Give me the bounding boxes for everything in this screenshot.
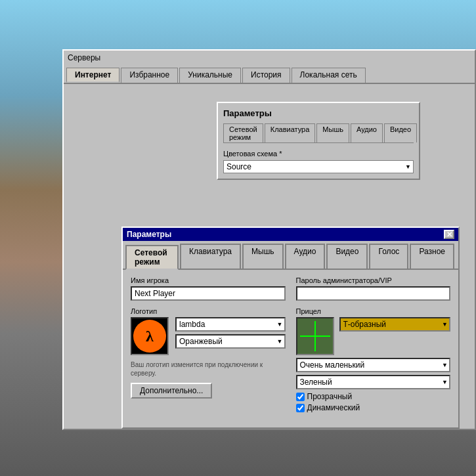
dialog-tab-misc[interactable]: Разное	[410, 244, 454, 269]
crosshair-preview	[296, 317, 334, 355]
tab-unique[interactable]: Уникальные	[179, 68, 241, 83]
logo-note: Ваш логотип изменится при подключении к …	[131, 360, 286, 378]
admin-pass-input[interactable]	[296, 286, 451, 301]
color-scheme-dropdown-wrap: SourceDefaultValveWonky	[223, 160, 414, 173]
params-small-title: Параметры	[223, 108, 414, 118]
crosshair-type-wrap: Т-образныйКрестТочкаНет	[339, 317, 451, 332]
logo-color-wrap: ОранжевыйБелыйКрасныйСиний	[175, 334, 286, 349]
crosshair-controls: Т-образныйКрестТочкаНет	[339, 317, 451, 355]
logo-type-dropdown[interactable]: lambdavalverebelskull	[175, 317, 286, 332]
tab-history[interactable]: История	[242, 68, 290, 83]
close-button[interactable]: ✕	[444, 230, 454, 239]
dialog-content: Имя игрока Пароль администратора/VIP Лог…	[123, 270, 458, 427]
main-tab-bar: Интернет Избранное Уникальные История Ло…	[64, 65, 475, 84]
dialog-tab-bar: Сетевой режим Клавиатура Мышь Аудио Виде…	[123, 241, 458, 270]
player-name-label: Имя игрока	[131, 276, 286, 284]
params-small-tabs: Сетевой режим Клавиатура Мышь Аудио Виде…	[223, 123, 414, 143]
dialog-title-text: Параметры	[127, 230, 171, 239]
crosshair-label: Прицел	[296, 307, 451, 315]
title-text: Серверы	[68, 53, 100, 62]
small-tab-audio[interactable]: Аудио	[351, 123, 383, 142]
tab-favorites[interactable]: Избранное	[121, 68, 178, 83]
admin-pass-label: Пароль администратора/VIP	[296, 276, 451, 284]
logo-crosshair-row: Логотип λ lambdavalverebelskull Оранжевы…	[131, 307, 450, 414]
admin-pass-col: Пароль администратора/VIP	[296, 276, 451, 301]
logo-type-wrap: lambdavalverebelskull	[175, 317, 286, 332]
dialog-tab-audio[interactable]: Аудио	[285, 244, 326, 269]
dynamic-row: Динамический	[296, 403, 451, 412]
player-name-col: Имя игрока	[131, 276, 286, 301]
logo-controls: lambdavalverebelskull ОранжевыйБелыйКрас…	[175, 317, 286, 349]
color-scheme-dropdown[interactable]: SourceDefaultValveWonky	[223, 160, 414, 173]
additional-button[interactable]: Дополнительно...	[131, 383, 212, 399]
crosshair-size-wrap: Очень маленькийМаленькийСреднийБольшой	[296, 358, 451, 372]
color-scheme-label: Цветовая схема *	[223, 150, 414, 158]
small-tab-mouse[interactable]: Мышь	[316, 123, 349, 142]
logo-col: Логотип λ lambdavalverebelskull Оранжевы…	[131, 307, 286, 414]
logo-preview: λ	[131, 317, 169, 355]
dynamic-checkbox[interactable]	[296, 404, 305, 412]
crosshair-type-dropdown[interactable]: Т-образныйКрестТочкаНет	[339, 317, 451, 332]
params-dialog: Параметры ✕ Сетевой режим Клавиатура Мыш…	[121, 227, 460, 429]
dialog-title-bar: Параметры ✕	[123, 228, 458, 241]
small-tab-video[interactable]: Видео	[384, 123, 417, 142]
main-title: Серверы	[64, 51, 475, 65]
small-tab-keyboard[interactable]: Клавиатура	[265, 123, 316, 142]
transparent-label: Прозрачный	[307, 392, 353, 401]
dialog-tab-video[interactable]: Видео	[326, 244, 368, 269]
dialog-tab-keyboard[interactable]: Клавиатура	[180, 244, 241, 269]
tab-internet[interactable]: Интернет	[66, 68, 119, 83]
dynamic-label: Динамический	[307, 403, 360, 412]
transparent-row: Прозрачный	[296, 392, 451, 401]
crosshair-color-wrap: ЗеленыйКрасныйСинийБелыйЖелтый	[296, 375, 451, 389]
crosshair-size-dropdown[interactable]: Очень маленькийМаленькийСреднийБольшой	[296, 358, 451, 372]
logo-label: Логотип	[131, 307, 286, 315]
transparent-checkbox[interactable]	[296, 393, 305, 401]
dialog-tab-network[interactable]: Сетевой режим	[125, 245, 179, 270]
params-small-overlay: Параметры Сетевой режим Клавиатура Мышь …	[217, 102, 420, 180]
name-pass-row: Имя игрока Пароль администратора/VIP	[131, 276, 450, 301]
logo-color-dropdown[interactable]: ОранжевыйБелыйКрасныйСиний	[175, 334, 286, 349]
crosshair-color-dropdown[interactable]: ЗеленыйКрасныйСинийБелыйЖелтый	[296, 375, 451, 389]
dialog-tab-voice[interactable]: Голос	[369, 244, 408, 269]
crosshair-col: Прицел Т-образныйКрестТочкаНет Очень мал…	[296, 307, 451, 414]
player-name-input[interactable]	[131, 286, 286, 301]
tab-lan[interactable]: Локальная сеть	[292, 68, 366, 83]
logo-section: λ lambdavalverebelskull ОранжевыйБелыйКр…	[131, 317, 286, 355]
small-tab-network[interactable]: Сетевой режим	[223, 123, 263, 142]
lambda-logo: λ	[133, 320, 166, 353]
dialog-tab-mouse[interactable]: Мышь	[242, 244, 284, 269]
